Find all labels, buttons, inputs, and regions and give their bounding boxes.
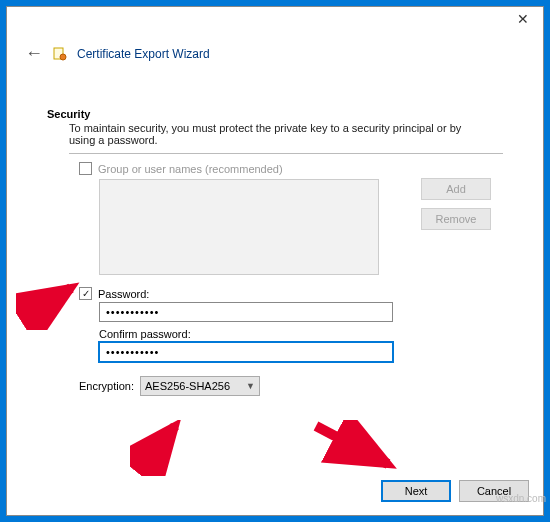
group-names-label: Group or user names (recommended) xyxy=(98,163,283,175)
confirm-password-label: Confirm password: xyxy=(99,328,503,340)
group-names-listbox xyxy=(99,179,379,275)
password-checkbox[interactable]: ✓ xyxy=(79,287,92,300)
wizard-content: Security To maintain security, you must … xyxy=(7,78,543,467)
group-names-option[interactable]: Group or user names (recommended) xyxy=(79,162,503,175)
group-names-checkbox[interactable] xyxy=(79,162,92,175)
wizard-window: ✕ ← Certificate Export Wizard Security T… xyxy=(6,6,544,516)
encryption-label: Encryption: xyxy=(79,380,134,392)
add-button: Add xyxy=(421,178,491,200)
confirm-password-input[interactable] xyxy=(99,342,393,362)
certificate-icon xyxy=(53,47,67,61)
password-label: Password: xyxy=(98,288,149,300)
wizard-title: Certificate Export Wizard xyxy=(77,47,210,61)
group-names-buttons: Add Remove xyxy=(421,178,491,230)
security-heading: Security xyxy=(47,108,503,120)
wizard-footer: Next Cancel xyxy=(7,467,543,515)
titlebar: ✕ xyxy=(7,7,543,35)
encryption-row: Encryption: AES256-SHA256 ▼ xyxy=(79,376,503,396)
wizard-header: ← Certificate Export Wizard xyxy=(7,35,543,78)
next-button[interactable]: Next xyxy=(381,480,451,502)
password-input[interactable] xyxy=(99,302,393,322)
security-description: To maintain security, you must protect t… xyxy=(47,120,467,150)
encryption-selected: AES256-SHA256 xyxy=(145,380,230,392)
watermark: wsxdn.com xyxy=(496,493,546,504)
password-option[interactable]: ✓ Password: xyxy=(79,287,503,300)
close-icon: ✕ xyxy=(517,11,529,27)
remove-button: Remove xyxy=(421,208,491,230)
password-section: ✓ Password: Confirm password: xyxy=(47,287,503,362)
close-button[interactable]: ✕ xyxy=(503,7,543,31)
chevron-down-icon: ▼ xyxy=(246,381,255,391)
svg-point-1 xyxy=(60,54,66,60)
back-icon[interactable]: ← xyxy=(25,43,43,64)
divider xyxy=(69,153,503,154)
encryption-dropdown[interactable]: AES256-SHA256 ▼ xyxy=(140,376,260,396)
